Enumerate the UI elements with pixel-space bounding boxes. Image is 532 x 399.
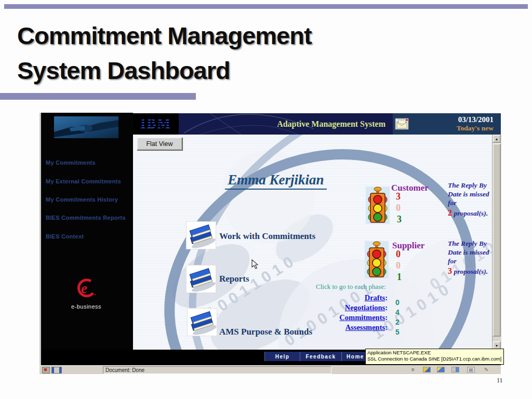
sidebar-item-my-commitments-history[interactable]: My Commitments History <box>46 196 131 203</box>
vertical-scrollbar[interactable]: ▲ ▼ <box>492 135 501 350</box>
title-underline-bar <box>0 93 196 100</box>
supplier-missed-count: 3 <box>448 267 452 275</box>
ebusiness-label: e-business <box>39 303 133 310</box>
user-name-link[interactable]: Emma Kerjikian <box>225 172 326 190</box>
phase-link-negotiations[interactable]: Negotiations <box>345 303 385 312</box>
phase-count-drafts: 0 <box>395 298 406 307</box>
connection-plug-icon[interactable] <box>51 367 62 374</box>
phase-link-commitments[interactable]: Commitments <box>339 313 385 322</box>
status-message: Document: Done <box>103 366 331 374</box>
svg-text:™: ™ <box>93 294 96 297</box>
page-title: Commitment Management System Dashboard <box>17 19 412 88</box>
slide: Commitment Management System Dashboard M… <box>0 0 532 399</box>
customer-yellow-count: 0 <box>396 203 401 212</box>
nav-reports[interactable]: Reports <box>219 274 249 284</box>
nav-work-with-commitments[interactable]: Work with Commitments <box>219 231 315 242</box>
slide-page-number: 11 <box>497 377 503 384</box>
books-icon[interactable] <box>187 265 216 292</box>
edit-pencil-icon[interactable]: ✎ <box>484 367 493 373</box>
customer-red-count: 3 <box>396 192 401 201</box>
supplier-reply-alert: The Reply By Date is missed for 3 propos… <box>448 240 492 276</box>
mailbox-icon[interactable] <box>437 367 445 373</box>
sidebar-item-my-commitments[interactable]: My Commitments <box>46 159 131 166</box>
security-lock-icon[interactable] <box>42 367 50 374</box>
phase-link-assessments[interactable]: Assessments <box>345 323 385 331</box>
phase-link-drafts[interactable]: Drafts <box>365 294 385 302</box>
phase-heading: Click to go to each phase: <box>316 283 386 291</box>
header-date-box: 03/13/2001 Today's new <box>393 113 501 135</box>
customer-reply-alert: The Reply By Date is missed for 2 propos… <box>448 181 492 218</box>
books-icon[interactable] <box>188 309 217 336</box>
traffic-light-icon <box>366 187 390 224</box>
app-title: Adaptive Management System <box>277 119 393 129</box>
scrollbar-up-icon[interactable]: ▲ <box>493 135 501 143</box>
page-title-line1: Commitment Management <box>17 19 412 54</box>
supplier-red-count: 0 <box>396 249 401 259</box>
supplier-yellow-count: 0 <box>396 261 401 270</box>
ibm-logo-box: IBM <box>133 113 179 135</box>
ebusiness-logo: e ™ e-business <box>39 276 133 310</box>
handshake-image <box>54 116 118 138</box>
mail-icon[interactable] <box>395 118 409 130</box>
help-button[interactable]: Help <box>264 352 300 361</box>
scrollbar-thumb[interactable] <box>493 143 501 337</box>
svg-text:e: e <box>81 281 87 296</box>
sidebar: My Commitments My External Commitments M… <box>39 113 133 365</box>
navigator-icon[interactable] <box>423 367 431 373</box>
slide-top-accent-bar <box>4 4 528 9</box>
composer-icon[interactable]: ▤ <box>467 367 475 373</box>
discussions-icon[interactable] <box>451 367 459 373</box>
app-header: IBM Adaptive Management System <box>133 113 501 135</box>
browser-window: My Commitments My External Commitments M… <box>39 113 501 374</box>
ibm-logo: IBM <box>140 117 171 131</box>
header-band: Adaptive Management System <box>179 113 393 135</box>
main-content: 1 0 0 1 1 0 1 0 0 1 0 0 1 0 0 1 1 0 0 1 … <box>133 135 492 350</box>
sidebar-item-bies-context[interactable]: BIES Context <box>46 233 131 240</box>
ssl-status-tooltip: Application NETSCAPE.EXE SSL Connection … <box>365 349 504 365</box>
traffic-light-icon <box>365 241 389 278</box>
ebusiness-logo-icon: e ™ <box>74 276 98 300</box>
sidebar-item-my-external-commitments[interactable]: My External Commitments <box>46 178 131 184</box>
feedback-button[interactable]: Feedback <box>300 352 341 361</box>
books-icon[interactable] <box>187 222 216 249</box>
phase-count-assessments: 5 <box>395 328 406 336</box>
mouse-cursor-icon <box>251 259 259 270</box>
sidebar-item-bies-commitments-reports[interactable]: BIES Commitments Reports <box>46 215 131 221</box>
customer-missed-count: 2 <box>448 208 452 217</box>
customer-green-count: 3 <box>397 215 402 224</box>
todays-new-link[interactable]: Today's new <box>410 124 494 132</box>
menu-icon[interactable]: ≡ <box>411 367 418 373</box>
supplier-green-count: 1 <box>397 272 402 282</box>
window-left-edge <box>39 113 41 365</box>
phase-count-negotiations: 4 <box>395 308 406 316</box>
page-title-line2: System Dashboard <box>17 54 412 88</box>
flat-view-button[interactable]: Flat View <box>137 137 182 150</box>
phase-count-commitments: 2 <box>395 318 406 326</box>
current-date: 03/13/2001 <box>410 115 494 124</box>
browser-status-bar: Document: Done ≡ ▤ ✎ <box>39 365 501 374</box>
